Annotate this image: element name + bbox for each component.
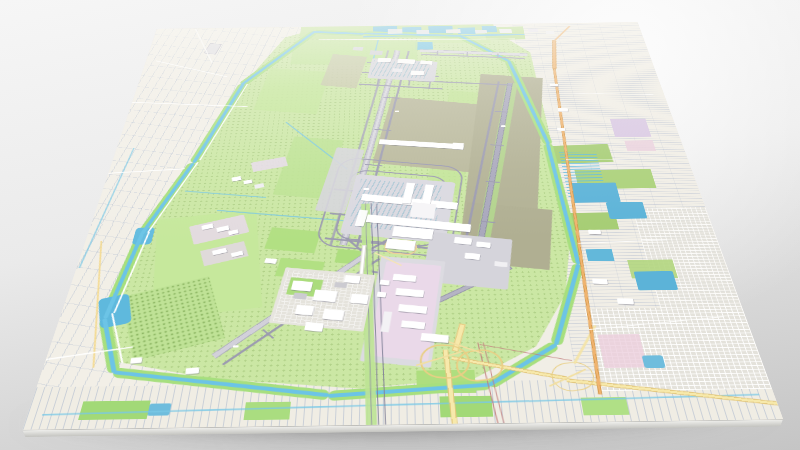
fields-south-3 — [439, 396, 493, 418]
roadside-building-east — [588, 229, 601, 234]
greenhouse-building — [499, 29, 512, 33]
parking-lot — [293, 292, 308, 299]
farm-building-south — [185, 367, 199, 374]
cargo-shed — [377, 291, 387, 297]
aircraft — [395, 111, 399, 113]
office-building — [322, 309, 345, 321]
residential-pink-block-south — [597, 334, 647, 368]
greenhouse-building — [388, 29, 403, 33]
roadside-building-east — [617, 298, 634, 304]
terminal-center — [409, 202, 436, 219]
office-building — [350, 294, 369, 304]
water-pond-southeast — [633, 271, 678, 291]
fields-south-2 — [244, 401, 291, 420]
map-feature-layer — [22, 22, 783, 430]
cargo-shed — [379, 279, 389, 285]
freight-building-se — [464, 252, 480, 259]
aircraft — [364, 188, 369, 190]
aircraft — [501, 125, 506, 127]
water-pond-south-farm — [147, 403, 172, 416]
airport-west-building — [264, 258, 277, 264]
water-pond-east-1 — [568, 183, 621, 203]
residential-pink-block-east — [624, 140, 656, 151]
northeast-building — [528, 29, 538, 32]
road-n201-north — [552, 41, 556, 69]
water-pond-urban — [641, 356, 666, 369]
office-building — [313, 289, 338, 302]
roadside-building-east — [558, 108, 568, 111]
greenhouse-building — [475, 30, 487, 34]
building-north-apron — [410, 71, 424, 76]
greenhouse-building — [446, 29, 461, 33]
building-north-apron — [420, 60, 433, 64]
hangar-north — [352, 47, 363, 51]
taxiway-connector — [436, 51, 438, 55]
residential-purple-block — [610, 118, 652, 137]
building-north-apron — [392, 68, 403, 72]
northeast-building — [546, 31, 555, 34]
water-pond-east-3 — [586, 249, 614, 261]
perspective-stage — [0, 0, 800, 450]
fields-south-1 — [78, 400, 150, 419]
pier-north-block — [452, 143, 464, 150]
farm-building-south — [130, 357, 142, 363]
aircraft — [232, 345, 238, 348]
roadside-building-east — [557, 128, 566, 131]
map-surface — [22, 22, 783, 430]
scene-tilt-wrapper — [0, 0, 800, 450]
water-pond-east-2 — [606, 202, 647, 219]
freight-building-se — [476, 241, 491, 248]
map-board[interactable] — [22, 22, 783, 430]
roadside-building-east — [550, 84, 559, 87]
taxiway-connector — [497, 53, 498, 57]
studio-backdrop — [0, 0, 800, 450]
hangar-north — [370, 50, 383, 55]
roadside-building-east — [593, 279, 608, 285]
office-building — [295, 304, 315, 315]
office-building — [290, 280, 312, 291]
greenhouse-building — [417, 30, 430, 34]
